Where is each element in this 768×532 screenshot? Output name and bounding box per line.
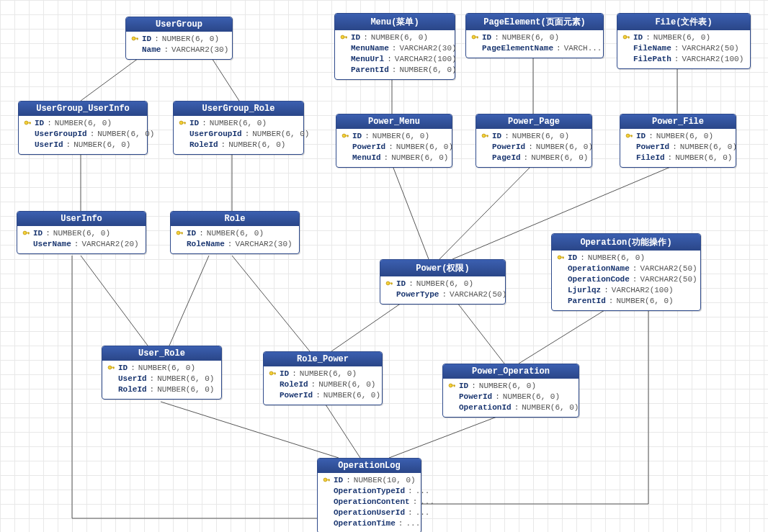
field-type: NUMBER(6, 0) [680, 142, 737, 153]
field-type: NUMBER(6, 0) [162, 34, 219, 45]
field-row: ID:NUMBER(6, 0) [107, 363, 217, 374]
entity-body: ID:NUMBER(6, 0)FileName:VARCHAR2(50)File… [617, 30, 750, 68]
field-row: PageId:NUMBER(6, 0) [481, 153, 587, 163]
svg-rect-30 [28, 232, 29, 233]
field-row: ID:NUMBER(6, 0) [175, 228, 295, 239]
field-icon [556, 287, 565, 295]
entity-Power_Operation[interactable]: Power_OperationID:NUMBER(6, 0)PowerId:NU… [442, 364, 579, 418]
field-type: NUMBER(6, 0) [396, 142, 453, 153]
field-type: NUMBER(6, 0) [479, 381, 536, 392]
field-type: NUMBER(6, 0) [416, 279, 473, 289]
entity-Power[interactable]: Power(权限)ID:NUMBER(6, 0)PowerType:VARCHA… [380, 259, 506, 305]
entity-body: ID:NUMBER(10, 0)OperationTypeId:...Opera… [318, 473, 421, 532]
entity-title: UserGroup_Role [174, 102, 303, 116]
field-icon [268, 381, 277, 389]
field-type: VARCHAR2(50) [682, 43, 738, 54]
field-type: NUMBER(6, 0) [252, 129, 309, 140]
entity-Operation[interactable]: Operation(功能操作)ID:NUMBER(6, 0)OperationN… [551, 233, 701, 311]
field-type: NUMBER(6, 0) [522, 402, 579, 413]
field-name: UserId [35, 140, 63, 150]
field-type: NUMBER(6, 0) [300, 369, 357, 379]
entity-Power_Menu[interactable]: Power_MenuID:NUMBER(6, 0)PowerId:NUMBER(… [336, 114, 452, 168]
field-name: ID [459, 381, 468, 392]
field-name: FileId [636, 153, 665, 163]
field-row: ID:NUMBER(6, 0) [268, 369, 378, 379]
field-name: ID [187, 228, 196, 239]
entity-File[interactable]: File(文件表)ID:NUMBER(6, 0)FileName:VARCHAR… [617, 13, 751, 69]
svg-rect-69 [329, 479, 329, 480]
field-icon [625, 143, 633, 152]
field-type: NUMBER(6, 0) [391, 153, 448, 163]
field-type: NUMBER(6, 0) [55, 118, 112, 129]
entity-Menu[interactable]: Menu(菜单)ID:NUMBER(6, 0)MenuName:VARCHAR2… [334, 13, 455, 80]
entity-User_Role[interactable]: User_RoleID:NUMBER(6, 0)UserId:NUMBER(6,… [102, 346, 222, 400]
field-icon [268, 392, 277, 400]
field-row: RoleName:VARCHAR2(30) [175, 239, 295, 250]
field-row: ID:NUMBER(10, 0) [322, 475, 416, 486]
field-name: ID [492, 131, 501, 142]
svg-rect-45 [628, 36, 629, 37]
field-type: VARCHAR2(30) [235, 239, 292, 250]
field-row: PowerId:NUMBER(6, 0) [341, 142, 447, 153]
entity-body: ID:NUMBER(6, 0)PowerType:VARCHAR2(50) [380, 276, 505, 304]
entity-title: Role_Power [264, 352, 382, 366]
field-row: PowerId:NUMBER(6, 0) [481, 142, 587, 153]
field-name: OperationCode [568, 274, 630, 285]
entity-Power_Page[interactable]: Power_PageID:NUMBER(6, 0)PowerId:NUMBER(… [475, 114, 592, 168]
field-icon [339, 66, 348, 75]
field-icon [339, 45, 348, 53]
entity-UserGroup_UserInfo[interactable]: UserGroup_UserInfoID:NUMBER(6, 0)UserGro… [18, 101, 148, 155]
field-name: Name [142, 45, 161, 55]
primary-key-icon [622, 34, 630, 42]
field-name: UserGroupId [35, 129, 87, 140]
field-icon [339, 55, 348, 64]
primary-key-icon [23, 120, 32, 128]
field-type: VARCH... [564, 43, 602, 54]
field-type: NUMBER(10, 0) [354, 475, 416, 486]
field-name: PowerId [280, 390, 313, 401]
field-row: ID:NUMBER(6, 0) [339, 32, 450, 43]
field-name: PowerId [459, 392, 492, 402]
field-type: NUMBER(6, 0) [503, 392, 560, 402]
primary-key-icon [130, 35, 139, 44]
primary-key-icon [339, 34, 348, 42]
entity-UserGroup[interactable]: UserGroupID:NUMBER(6, 0)Name:VARCHAR2(30… [125, 17, 233, 60]
entity-Role[interactable]: RoleID:NUMBER(6, 0)RoleName:VARCHAR2(30) [170, 211, 300, 254]
entity-title: Power_Menu [336, 114, 452, 129]
entity-body: ID:NUMBER(6, 0)RoleName:VARCHAR2(30) [171, 226, 299, 253]
field-type: NUMBER(6, 0) [536, 142, 593, 153]
field-type: NUMBER(6, 0) [616, 296, 673, 307]
field-row: Name:VARCHAR2(30) [130, 45, 228, 55]
entity-OperationLog[interactable]: OperationLogID:NUMBER(10, 0)OperationTyp… [317, 458, 421, 532]
field-row: OperationTypeId:... [322, 486, 416, 497]
field-type: VARCHAR2(100) [612, 285, 674, 296]
primary-key-icon [385, 280, 393, 289]
entity-Power_File[interactable]: Power_FileID:NUMBER(6, 0)PowerId:NUMBER(… [620, 114, 736, 168]
entity-UserGroup_Role[interactable]: UserGroup_RoleID:NUMBER(6, 0)UserGroupId… [173, 101, 304, 155]
field-name: ID [280, 369, 289, 379]
field-name: MenuUrl [351, 54, 384, 65]
field-row: RoleId:NUMBER(6, 0) [268, 379, 378, 390]
field-name: FileName [633, 43, 671, 54]
field-row: OperationUserId:... [322, 508, 416, 518]
primary-key-icon [268, 370, 277, 379]
primary-key-icon [556, 254, 565, 263]
field-type: VARCHAR2(50) [450, 289, 506, 300]
field-row: PowerId:NUMBER(6, 0) [447, 392, 574, 402]
field-name: RoleId [189, 140, 218, 150]
field-type: NUMBER(6, 0) [531, 153, 588, 163]
field-row: MenuId:NUMBER(6, 0) [341, 153, 447, 163]
field-name: MenuId [352, 153, 381, 163]
field-name: ID [568, 253, 577, 263]
entity-PageElement[interactable]: PageElement(页面元素)ID:NUMBER(6, 0)PageElem… [465, 13, 604, 58]
field-icon [622, 45, 630, 53]
entity-Role_Power[interactable]: Role_PowerID:NUMBER(6, 0)RoleId:NUMBER(6… [263, 351, 383, 405]
field-type: NUMBER(6, 0) [157, 374, 214, 384]
field-type: VARCHAR2(100) [682, 54, 744, 65]
field-name: MenuName [351, 43, 389, 54]
field-row: PageElementName:VARCH... [470, 43, 599, 54]
svg-rect-48 [347, 135, 348, 136]
entity-UserInfo[interactable]: UserInfoID:NUMBER(6, 0)UserName:VARCHAR2… [17, 211, 146, 254]
field-icon [23, 130, 32, 139]
field-row: ID:NUMBER(6, 0) [470, 32, 599, 43]
